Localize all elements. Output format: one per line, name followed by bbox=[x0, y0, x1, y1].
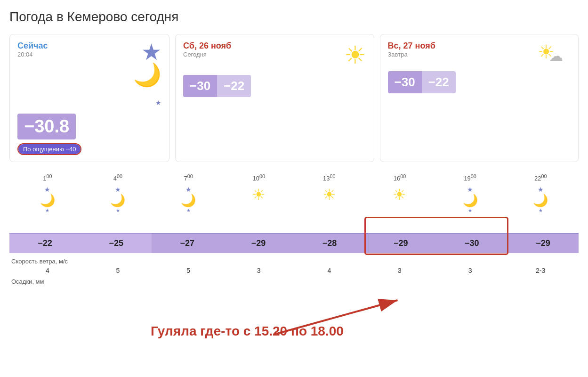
card-sun: Вс, 27 нояб Завтра ☀ ☁ −30 −22 bbox=[380, 34, 579, 162]
card-sun-temp-low: −30 bbox=[388, 71, 422, 93]
icon-h7: ★ 🌙 ★ bbox=[435, 186, 506, 213]
hourly-times-row: 100 400 700 1000 1300 1600 1900 2200 bbox=[9, 173, 579, 186]
card-sat-temp-high: −22 bbox=[217, 75, 251, 97]
precip-label: Осадки, мм bbox=[11, 278, 579, 285]
hour-3: 700 bbox=[153, 173, 224, 182]
hour-2: 400 bbox=[83, 173, 153, 182]
wind-1: 4 bbox=[12, 267, 83, 274]
hourly-section: 100 400 700 1000 1300 1600 1900 2200 ★ 🌙… bbox=[9, 173, 579, 285]
card-now-header: Сейчас bbox=[17, 41, 48, 51]
icon-h6: ☀ bbox=[364, 186, 435, 213]
temp-col-4: −29 bbox=[223, 231, 294, 253]
wind-label: Скорость ветра, м/с bbox=[11, 258, 579, 265]
icon-h4: ☀ bbox=[224, 186, 294, 213]
card-sun-subtext: Завтра bbox=[388, 51, 435, 58]
temp-col-7: −30 bbox=[436, 233, 507, 253]
wind-5: 4 bbox=[294, 267, 365, 274]
wind-6: 3 bbox=[364, 267, 435, 274]
annotation-text: Гуляла где-то с 15.20 по 18.00 bbox=[151, 324, 344, 339]
temp-col-2: −25 bbox=[81, 223, 152, 253]
icon-h8: ★ 🌙 ★ bbox=[505, 186, 576, 213]
current-temp: −30.8 bbox=[24, 116, 69, 136]
top-cards: Сейчас 20:04 ★🌙★ −30.8 По ощущению −40 С… bbox=[9, 34, 579, 162]
hour-8: 2200 bbox=[505, 173, 576, 182]
card-sun-header: Вс, 27 нояб bbox=[388, 41, 435, 51]
card-now-icon: ★🌙★ bbox=[133, 41, 161, 109]
temp-band: −22 −25 −27 −29 −28 −29 −3 bbox=[9, 219, 579, 253]
temp-col-6: −29 bbox=[365, 231, 436, 253]
wind-7: 3 bbox=[435, 267, 506, 274]
temp-col-8: −29 bbox=[507, 231, 579, 253]
feels-like-badge: По ощущению −40 bbox=[18, 144, 81, 154]
icon-h1: ★ 🌙 ★ bbox=[12, 186, 83, 213]
card-sat-subtext: Сегодня bbox=[183, 51, 231, 58]
wind-row: 4 5 5 3 4 3 3 2-3 bbox=[9, 267, 579, 274]
card-sat-icon: ☀ bbox=[344, 41, 366, 69]
hourly-icons-row: ★ 🌙 ★ ★ 🌙 ★ ★ 🌙 ★ ☀ ☀ ☀ ★ 🌙 ★ bbox=[9, 186, 579, 219]
wind-8: 2-3 bbox=[505, 267, 576, 274]
card-now: Сейчас 20:04 ★🌙★ −30.8 По ощущению −40 bbox=[9, 34, 169, 162]
hour-5: 1300 bbox=[294, 173, 365, 182]
temp-band-container: −22 −25 −27 −29 −28 −29 −3 bbox=[9, 219, 579, 253]
hour-6: 1600 bbox=[364, 173, 435, 182]
hour-7: 1900 bbox=[435, 173, 506, 182]
annotation-area: Гуляла где-то с 15.20 по 18.00 bbox=[9, 287, 579, 344]
wind-3: 5 bbox=[153, 267, 224, 274]
wind-4: 3 bbox=[224, 267, 294, 274]
card-sat-header: Сб, 26 нояб bbox=[183, 41, 231, 51]
hour-4: 1000 bbox=[224, 173, 294, 182]
icon-h3: ★ 🌙 ★ bbox=[153, 186, 224, 213]
card-sat-temp-low: −30 bbox=[183, 75, 217, 97]
card-sun-temp-high: −22 bbox=[422, 71, 456, 93]
wind-2: 5 bbox=[83, 267, 153, 274]
card-now-time: 20:04 bbox=[17, 51, 48, 58]
icon-h2: ★ 🌙 ★ bbox=[83, 186, 153, 213]
page-title: Погода в Кемерово сегодня bbox=[9, 9, 579, 25]
icon-h5: ☀ bbox=[294, 186, 365, 213]
card-sat: Сб, 26 нояб Сегодня ☀ −30 −22 bbox=[175, 34, 374, 162]
temp-col-3: −27 bbox=[152, 227, 223, 253]
temp-col-1: −22 bbox=[9, 219, 81, 253]
hour-1: 100 bbox=[12, 173, 83, 182]
card-sun-icon: ☀ ☁ bbox=[538, 41, 571, 66]
temp-col-5: −28 bbox=[294, 229, 365, 253]
